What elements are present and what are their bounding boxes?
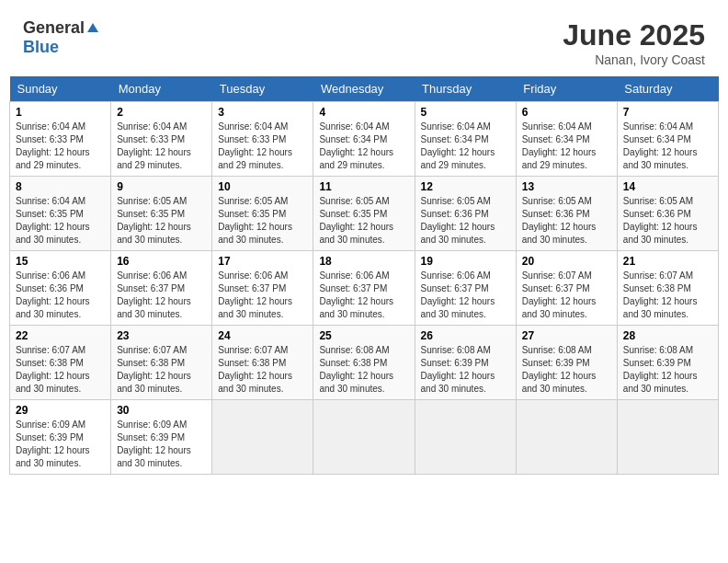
day-info: Sunrise: 6:07 AMSunset: 6:38 PMDaylight:… bbox=[218, 345, 292, 394]
day-info: Sunrise: 6:07 AMSunset: 6:38 PMDaylight:… bbox=[117, 345, 191, 394]
calendar-cell: 2 Sunrise: 6:04 AMSunset: 6:33 PMDayligh… bbox=[111, 102, 212, 177]
day-info: Sunrise: 6:06 AMSunset: 6:37 PMDaylight:… bbox=[218, 270, 292, 319]
weekday-header-tuesday: Tuesday bbox=[212, 76, 313, 102]
day-info: Sunrise: 6:08 AMSunset: 6:39 PMDaylight:… bbox=[623, 345, 698, 394]
day-number: 30 bbox=[117, 404, 206, 417]
calendar-week-row: 15 Sunrise: 6:06 AMSunset: 6:36 PMDaylig… bbox=[10, 251, 719, 326]
location-subtitle: Nanan, Ivory Coast bbox=[563, 52, 705, 67]
day-number: 17 bbox=[218, 255, 307, 268]
calendar-cell: 30 Sunrise: 6:09 AMSunset: 6:39 PMDaylig… bbox=[111, 400, 212, 475]
day-info: Sunrise: 6:06 AMSunset: 6:36 PMDaylight:… bbox=[16, 270, 90, 319]
calendar-cell: 1 Sunrise: 6:04 AMSunset: 6:33 PMDayligh… bbox=[10, 102, 111, 177]
day-info: Sunrise: 6:07 AMSunset: 6:37 PMDaylight:… bbox=[522, 270, 597, 319]
header: General Blue June 2025 Nanan, Ivory Coas… bbox=[9, 9, 719, 72]
calendar-cell: 25 Sunrise: 6:08 AMSunset: 6:38 PMDaylig… bbox=[313, 326, 415, 400]
calendar-cell: 4 Sunrise: 6:04 AMSunset: 6:34 PMDayligh… bbox=[313, 102, 415, 177]
calendar-cell: 8 Sunrise: 6:04 AMSunset: 6:35 PMDayligh… bbox=[10, 177, 111, 251]
weekday-header-thursday: Thursday bbox=[415, 76, 516, 102]
day-number: 26 bbox=[421, 329, 510, 342]
calendar-cell bbox=[617, 400, 718, 475]
day-info: Sunrise: 6:04 AMSunset: 6:33 PMDaylight:… bbox=[16, 121, 90, 170]
day-number: 15 bbox=[16, 255, 105, 268]
day-number: 5 bbox=[421, 106, 510, 119]
calendar-cell: 13 Sunrise: 6:05 AMSunset: 6:36 PMDaylig… bbox=[516, 177, 617, 251]
day-info: Sunrise: 6:05 AMSunset: 6:36 PMDaylight:… bbox=[522, 196, 597, 245]
calendar-cell: 17 Sunrise: 6:06 AMSunset: 6:37 PMDaylig… bbox=[212, 251, 313, 326]
calendar-week-row: 8 Sunrise: 6:04 AMSunset: 6:35 PMDayligh… bbox=[10, 177, 719, 251]
calendar-cell: 22 Sunrise: 6:07 AMSunset: 6:38 PMDaylig… bbox=[10, 326, 111, 400]
title-area: June 2025 Nanan, Ivory Coast bbox=[563, 18, 705, 67]
calendar-cell: 5 Sunrise: 6:04 AMSunset: 6:34 PMDayligh… bbox=[415, 102, 516, 177]
calendar-cell: 26 Sunrise: 6:08 AMSunset: 6:39 PMDaylig… bbox=[415, 326, 516, 400]
logo-blue-text: Blue bbox=[23, 38, 59, 56]
day-number: 16 bbox=[117, 255, 206, 268]
day-number: 9 bbox=[117, 180, 206, 193]
calendar-cell: 29 Sunrise: 6:09 AMSunset: 6:39 PMDaylig… bbox=[10, 400, 111, 475]
calendar-cell: 28 Sunrise: 6:08 AMSunset: 6:39 PMDaylig… bbox=[617, 326, 718, 400]
day-number: 7 bbox=[623, 106, 712, 119]
calendar-cell: 21 Sunrise: 6:07 AMSunset: 6:38 PMDaylig… bbox=[617, 251, 718, 326]
calendar-week-row: 22 Sunrise: 6:07 AMSunset: 6:38 PMDaylig… bbox=[10, 326, 719, 400]
day-info: Sunrise: 6:08 AMSunset: 6:39 PMDaylight:… bbox=[421, 345, 495, 394]
weekday-header-friday: Friday bbox=[516, 76, 617, 102]
calendar-cell: 16 Sunrise: 6:06 AMSunset: 6:37 PMDaylig… bbox=[111, 251, 212, 326]
weekday-header-saturday: Saturday bbox=[617, 76, 718, 102]
calendar-week-row: 29 Sunrise: 6:09 AMSunset: 6:39 PMDaylig… bbox=[10, 400, 719, 475]
day-number: 29 bbox=[16, 404, 105, 417]
day-info: Sunrise: 6:09 AMSunset: 6:39 PMDaylight:… bbox=[117, 419, 191, 468]
day-number: 27 bbox=[522, 329, 611, 342]
day-info: Sunrise: 6:04 AMSunset: 6:33 PMDaylight:… bbox=[117, 121, 191, 170]
day-info: Sunrise: 6:04 AMSunset: 6:34 PMDaylight:… bbox=[421, 121, 495, 170]
weekday-header-wednesday: Wednesday bbox=[313, 76, 415, 102]
calendar-cell bbox=[212, 400, 313, 475]
day-number: 20 bbox=[522, 255, 611, 268]
day-number: 21 bbox=[623, 255, 712, 268]
day-info: Sunrise: 6:05 AMSunset: 6:35 PMDaylight:… bbox=[218, 196, 292, 245]
day-info: Sunrise: 6:04 AMSunset: 6:33 PMDaylight:… bbox=[218, 121, 292, 170]
calendar-cell: 18 Sunrise: 6:06 AMSunset: 6:37 PMDaylig… bbox=[313, 251, 415, 326]
day-info: Sunrise: 6:04 AMSunset: 6:34 PMDaylight:… bbox=[319, 121, 393, 170]
calendar-cell: 12 Sunrise: 6:05 AMSunset: 6:36 PMDaylig… bbox=[415, 177, 516, 251]
calendar-cell: 20 Sunrise: 6:07 AMSunset: 6:37 PMDaylig… bbox=[516, 251, 617, 326]
day-number: 4 bbox=[319, 106, 408, 119]
logo-general-text: General bbox=[23, 18, 85, 38]
calendar-cell: 27 Sunrise: 6:08 AMSunset: 6:39 PMDaylig… bbox=[516, 326, 617, 400]
calendar-table: SundayMondayTuesdayWednesdayThursdayFrid… bbox=[9, 76, 719, 475]
weekday-header-sunday: Sunday bbox=[10, 76, 111, 102]
day-number: 8 bbox=[16, 180, 105, 193]
calendar-cell bbox=[313, 400, 415, 475]
day-number: 10 bbox=[218, 180, 307, 193]
calendar-cell: 10 Sunrise: 6:05 AMSunset: 6:35 PMDaylig… bbox=[212, 177, 313, 251]
day-number: 3 bbox=[218, 106, 307, 119]
day-info: Sunrise: 6:04 AMSunset: 6:34 PMDaylight:… bbox=[623, 121, 698, 170]
day-info: Sunrise: 6:05 AMSunset: 6:36 PMDaylight:… bbox=[421, 196, 495, 245]
calendar-cell: 3 Sunrise: 6:04 AMSunset: 6:33 PMDayligh… bbox=[212, 102, 313, 177]
day-number: 19 bbox=[421, 255, 510, 268]
day-info: Sunrise: 6:08 AMSunset: 6:38 PMDaylight:… bbox=[319, 345, 393, 394]
logo-triangle-icon bbox=[87, 23, 98, 32]
day-number: 18 bbox=[319, 255, 408, 268]
day-info: Sunrise: 6:04 AMSunset: 6:34 PMDaylight:… bbox=[522, 121, 597, 170]
calendar-cell: 6 Sunrise: 6:04 AMSunset: 6:34 PMDayligh… bbox=[516, 102, 617, 177]
day-info: Sunrise: 6:05 AMSunset: 6:35 PMDaylight:… bbox=[117, 196, 191, 245]
calendar-week-row: 1 Sunrise: 6:04 AMSunset: 6:33 PMDayligh… bbox=[10, 102, 719, 177]
day-number: 11 bbox=[319, 180, 408, 193]
calendar-cell: 15 Sunrise: 6:06 AMSunset: 6:36 PMDaylig… bbox=[10, 251, 111, 326]
day-info: Sunrise: 6:04 AMSunset: 6:35 PMDaylight:… bbox=[16, 196, 90, 245]
day-number: 24 bbox=[218, 329, 307, 342]
calendar-cell: 11 Sunrise: 6:05 AMSunset: 6:35 PMDaylig… bbox=[313, 177, 415, 251]
calendar-cell: 9 Sunrise: 6:05 AMSunset: 6:35 PMDayligh… bbox=[111, 177, 212, 251]
day-info: Sunrise: 6:07 AMSunset: 6:38 PMDaylight:… bbox=[623, 270, 698, 319]
day-info: Sunrise: 6:05 AMSunset: 6:35 PMDaylight:… bbox=[319, 196, 393, 245]
month-year-title: June 2025 bbox=[563, 18, 705, 52]
calendar-cell bbox=[516, 400, 617, 475]
calendar-cell: 19 Sunrise: 6:06 AMSunset: 6:37 PMDaylig… bbox=[415, 251, 516, 326]
day-info: Sunrise: 6:05 AMSunset: 6:36 PMDaylight:… bbox=[623, 196, 698, 245]
day-number: 12 bbox=[421, 180, 510, 193]
day-number: 13 bbox=[522, 180, 611, 193]
day-number: 6 bbox=[522, 106, 611, 119]
day-info: Sunrise: 6:06 AMSunset: 6:37 PMDaylight:… bbox=[319, 270, 393, 319]
calendar-cell: 7 Sunrise: 6:04 AMSunset: 6:34 PMDayligh… bbox=[617, 102, 718, 177]
calendar-body: 1 Sunrise: 6:04 AMSunset: 6:33 PMDayligh… bbox=[10, 102, 719, 475]
day-info: Sunrise: 6:09 AMSunset: 6:39 PMDaylight:… bbox=[16, 419, 90, 468]
